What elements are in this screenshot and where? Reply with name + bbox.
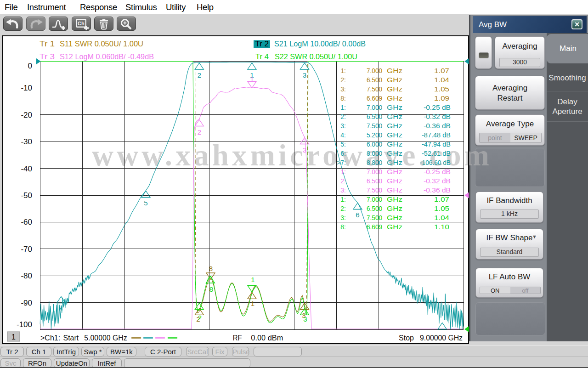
svg-text:7.500: 7.500: [367, 187, 382, 194]
svg-text:3:: 3:: [340, 122, 346, 130]
svg-text:-0.32 dB: -0.32 dB: [424, 113, 451, 120]
svg-text:8.800: 8.800: [367, 159, 382, 166]
svg-text:Tr 2: Tr 2: [255, 40, 269, 48]
svg-text:7.500: 7.500: [367, 85, 382, 93]
svg-text:Start: Start: [63, 334, 79, 342]
svg-text:2: 2: [198, 71, 201, 79]
svg-text:S12 LogM 0.060dB/ -0.49dB: S12 LogM 0.060dB/ -0.49dB: [60, 52, 154, 61]
svg-text:-52.61 dB: -52.61 dB: [422, 150, 451, 157]
svg-text:-70: -70: [21, 245, 32, 254]
svg-text:1: 1: [251, 300, 254, 307]
svg-text:9.00000 GHz: 9.00000 GHz: [420, 334, 463, 342]
svg-text:S11 SWR 0.050U/ 1.00U: S11 SWR 0.050U/ 1.00U: [60, 40, 143, 48]
svg-text:1.07: 1.07: [434, 196, 449, 203]
svg-text:1.04: 1.04: [434, 214, 449, 221]
svg-text:1.05: 1.05: [434, 205, 449, 212]
svg-text:2:: 2:: [340, 205, 346, 212]
svg-text:3: 3: [303, 315, 307, 323]
svg-text:8: 8: [209, 285, 213, 293]
svg-text:7.000: 7.000: [367, 196, 382, 203]
svg-text:S21 LogM 10.00dB/ 0.00dB: S21 LogM 10.00dB/ 0.00dB: [274, 40, 366, 48]
svg-text:-100: -100: [17, 320, 32, 329]
svg-text:6:: 6:: [340, 150, 346, 157]
svg-text:-106.60 dB: -106.60 dB: [420, 159, 451, 166]
svg-text:7.500: 7.500: [367, 122, 382, 130]
svg-text:1.10: 1.10: [434, 223, 449, 231]
svg-text:8:: 8:: [340, 223, 346, 231]
svg-text:-10: -10: [21, 84, 32, 92]
svg-text:6.609: 6.609: [367, 223, 382, 231]
svg-text:-20: -20: [21, 111, 32, 119]
svg-text:-87.48 dB: -87.48 dB: [422, 131, 451, 139]
svg-text:1: 1: [251, 276, 254, 283]
svg-text:3:: 3:: [340, 214, 346, 221]
svg-text:6.500: 6.500: [367, 177, 382, 185]
svg-text:-30: -30: [21, 137, 32, 146]
svg-text:2: 2: [198, 314, 202, 322]
svg-text:1: 1: [11, 333, 16, 341]
svg-text:2:: 2:: [340, 113, 346, 120]
svg-text:6.500: 6.500: [367, 205, 382, 212]
svg-text:5:: 5:: [340, 141, 346, 148]
svg-text:Stop: Stop: [399, 334, 414, 342]
svg-text:2: 2: [198, 128, 201, 136]
svg-text:4: 4: [59, 305, 63, 312]
svg-text:-0.25 dB: -0.25 dB: [424, 104, 451, 111]
svg-text:GHz: GHz: [387, 187, 402, 194]
svg-text:7.500: 7.500: [367, 214, 382, 221]
svg-text:GHz: GHz: [387, 168, 402, 176]
svg-text:GHz: GHz: [387, 76, 402, 84]
svg-text:2:: 2:: [340, 76, 346, 84]
svg-text:6.000: 6.000: [367, 141, 382, 148]
svg-text:8: 8: [209, 265, 213, 272]
svg-text:>7:: >7:: [337, 159, 346, 166]
svg-text:GHz: GHz: [387, 122, 402, 130]
svg-text:1.09: 1.09: [434, 95, 449, 102]
svg-text:-0.25 dB: -0.25 dB: [424, 168, 451, 176]
svg-text:1.07: 1.07: [434, 67, 449, 74]
svg-text:1:: 1:: [340, 196, 346, 203]
svg-text:-40: -40: [21, 164, 32, 173]
svg-text:-0.36 dB: -0.36 dB: [424, 187, 451, 194]
svg-text:GHz: GHz: [387, 95, 402, 102]
svg-text:8:: 8:: [340, 95, 346, 102]
svg-text:6.609: 6.609: [367, 95, 382, 102]
svg-text:1: 1: [250, 75, 254, 83]
svg-text:S22 SWR 0.050U/ 1.00U: S22 SWR 0.050U/ 1.00U: [275, 52, 357, 61]
svg-text:-47.94 dB: -47.94 dB: [422, 141, 451, 148]
svg-text:-90: -90: [21, 299, 32, 307]
svg-text:1:: 1:: [340, 67, 346, 74]
svg-text:GHz: GHz: [387, 113, 402, 120]
svg-text:Tr 4: Tr 4: [255, 52, 269, 61]
svg-text:3: 3: [303, 146, 306, 154]
svg-text:GHz: GHz: [387, 150, 402, 157]
svg-text:6.500: 6.500: [367, 113, 382, 120]
svg-text:3:: 3:: [340, 187, 346, 194]
svg-text:GHz: GHz: [387, 67, 402, 74]
svg-text:3: 3: [303, 71, 306, 79]
svg-text:1:: 1:: [340, 168, 346, 176]
svg-text:RF: RF: [233, 334, 242, 342]
svg-text:GHz: GHz: [387, 223, 402, 231]
svg-text:7.000: 7.000: [367, 67, 382, 74]
svg-text:3:: 3:: [340, 85, 346, 93]
svg-text:6: 6: [356, 211, 359, 219]
svg-text:Tr 1: Tr 1: [40, 40, 55, 48]
svg-text:7.000: 7.000: [367, 104, 382, 111]
svg-text:1.04: 1.04: [434, 76, 449, 84]
svg-text:GHz: GHz: [387, 214, 402, 221]
svg-text:7.000: 7.000: [367, 168, 382, 176]
svg-text:GHz: GHz: [387, 159, 402, 166]
svg-text:Tr 3: Tr 3: [40, 52, 55, 61]
svg-text:2:: 2:: [340, 177, 346, 185]
svg-text:5.00000 GHz: 5.00000 GHz: [84, 334, 127, 342]
svg-text:>Ch1:: >Ch1:: [40, 334, 60, 342]
svg-text:GHz: GHz: [387, 141, 402, 148]
svg-text:5.200: 5.200: [367, 131, 382, 139]
svg-text:-60: -60: [21, 218, 32, 226]
svg-text:-80: -80: [21, 272, 32, 280]
svg-text:GHz: GHz: [387, 205, 402, 212]
svg-text:-0.32 dB: -0.32 dB: [424, 177, 451, 185]
svg-text:4:: 4:: [340, 131, 346, 139]
svg-text:8.000: 8.000: [367, 150, 382, 157]
